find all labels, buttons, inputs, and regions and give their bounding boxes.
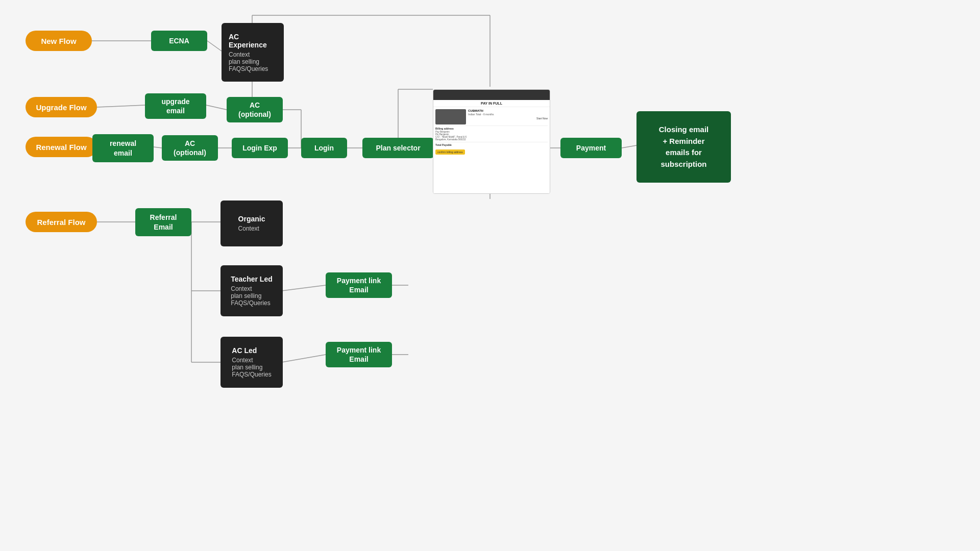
payment-label: Payment [576, 144, 606, 152]
ac-led-line1: Context [232, 357, 271, 364]
renewal-email-label: renewalemail [110, 139, 136, 157]
ac-led-line2: plan selling [232, 364, 271, 371]
payment-link-2-node[interactable]: Payment linkEmail [326, 342, 392, 367]
teacher-led-line1: Context [231, 285, 272, 292]
payment-link-2-label: Payment linkEmail [337, 345, 381, 364]
new-flow-label: New Flow [41, 37, 76, 45]
payment-link-1-node[interactable]: Payment linkEmail [326, 272, 392, 298]
organic-line1: Context [238, 225, 265, 232]
ecna-node[interactable]: ECNA [151, 31, 207, 51]
login-exp-node[interactable]: Login Exp [232, 138, 288, 158]
confirm-billing-button[interactable]: confirm billing address [435, 149, 465, 155]
upgrade-flow-label: Upgrade Flow [36, 103, 86, 112]
teacher-led-line3: FAQS/Queries [231, 299, 272, 307]
renewal-flow-label: Renewal Flow [36, 143, 86, 152]
login-node[interactable]: Login [301, 138, 347, 158]
referral-email-label: ReferralEmail [150, 213, 177, 231]
payment-link-1-label: Payment linkEmail [337, 276, 381, 294]
ac-optional-renewal-node[interactable]: AC(optional) [162, 135, 218, 161]
ac-led-line3: FAQS/Queries [232, 371, 271, 378]
svg-line-2 [97, 105, 145, 107]
ac-led-node[interactable]: AC Led Context plan selling FAQS/Queries [220, 337, 283, 388]
plan-selector-label: Plan selector [376, 144, 420, 152]
login-label: Login [314, 144, 334, 152]
teacher-led-title: Teacher Led [231, 275, 272, 283]
ac-experience-node[interactable]: AC Experience Context plan selling FAQS/… [222, 23, 284, 82]
ac-optional-renewal-label: AC(optional) [174, 139, 206, 157]
mock-screen-header [433, 90, 550, 100]
ac-experience-line3: FAQS/Queries [229, 65, 277, 72]
referral-flow-label: Referral Flow [37, 218, 85, 227]
svg-line-1 [207, 41, 222, 51]
svg-line-3 [206, 105, 227, 110]
upgrade-flow-node[interactable]: Upgrade Flow [26, 97, 97, 117]
login-exp-label: Login Exp [242, 144, 277, 152]
closing-email-node[interactable]: Closing email+ Reminderemails forsubscri… [636, 111, 731, 183]
closing-email-label: Closing email+ Reminderemails forsubscri… [659, 124, 709, 170]
upgrade-email-label: upgradeemail [161, 97, 189, 115]
ac-experience-title: AC Experience [229, 33, 277, 49]
ac-led-title: AC Led [232, 346, 271, 355]
ac-experience-line1: Context [229, 51, 277, 58]
ac-optional-upgrade-label: AC(optional) [238, 101, 271, 119]
renewal-email-node[interactable]: renewalemail [92, 134, 154, 162]
ecna-label: ECNA [169, 37, 189, 45]
referral-flow-node[interactable]: Referral Flow [26, 212, 97, 232]
pay-in-full-title: PAY IN FULL [433, 100, 550, 107]
plan-selector-node[interactable]: Plan selector [362, 138, 434, 158]
renewal-flow-node[interactable]: Renewal Flow [26, 137, 97, 157]
svg-line-14 [622, 145, 636, 148]
ac-experience-line2: plan selling [229, 58, 277, 65]
ac-optional-upgrade-node[interactable]: AC(optional) [227, 97, 283, 122]
organic-title: Organic [238, 215, 265, 223]
svg-line-22 [282, 285, 326, 291]
mock-screen-body: CUBMATH Indian Total - 6 months Start No… [433, 107, 550, 193]
svg-line-8 [154, 147, 162, 148]
organic-node[interactable]: Organic Context [220, 201, 283, 246]
teacher-led-line2: plan selling [231, 292, 272, 299]
svg-line-23 [282, 355, 326, 362]
payment-screen-mockup: PAY IN FULL CUBMATH Indian Total - 6 mon… [433, 89, 550, 194]
teacher-led-node[interactable]: Teacher Led Context plan selling FAQS/Qu… [220, 265, 283, 316]
upgrade-email-node[interactable]: upgradeemail [145, 93, 206, 119]
new-flow-node[interactable]: New Flow [26, 31, 92, 51]
referral-email-node[interactable]: ReferralEmail [135, 208, 191, 236]
payment-node[interactable]: Payment [560, 138, 622, 158]
